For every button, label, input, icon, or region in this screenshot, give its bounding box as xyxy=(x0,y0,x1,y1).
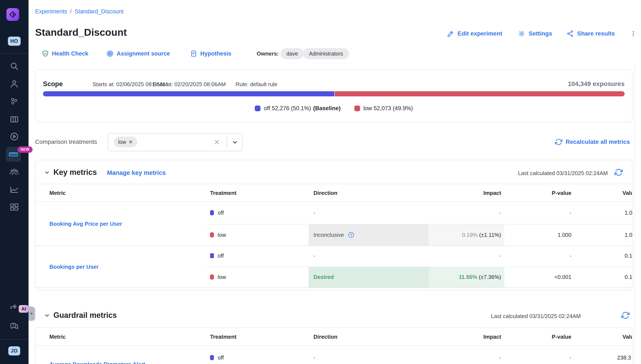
clear-selection-icon[interactable] xyxy=(213,139,220,146)
recalculate-label: Recalculate all metrics xyxy=(566,138,630,145)
sidebar-item-audiences[interactable] xyxy=(0,167,29,177)
statsig-logo[interactable] xyxy=(7,8,19,21)
hypothesis-label: Hypothesis xyxy=(200,50,231,57)
value-value: 0.1 xyxy=(624,274,632,280)
pvalue-value: <0.001 xyxy=(554,274,571,280)
sidebar-item-support[interactable]: ? xyxy=(0,322,29,332)
collapse-guardrail-icon[interactable] xyxy=(44,312,50,318)
sidebar-divider xyxy=(0,53,29,54)
search-icon xyxy=(9,61,19,71)
share-icon xyxy=(566,30,574,37)
legend-item-low: low 52,073 (49.9%) xyxy=(354,105,413,112)
chevron-down-icon[interactable] xyxy=(232,139,238,146)
refresh-guardrail-icon[interactable] xyxy=(621,311,629,319)
user-avatar[interactable]: JO xyxy=(0,346,29,356)
owner-chip-dave[interactable]: dave xyxy=(281,48,304,59)
treatment-label: low xyxy=(218,232,226,238)
breadcrumb-experiments-link[interactable]: Experiments xyxy=(35,8,67,15)
metric-link-bookings-per-user[interactable]: Bookings per User xyxy=(49,264,99,270)
target-icon xyxy=(106,50,114,57)
sidebar-item-analytics[interactable] xyxy=(0,184,29,194)
share-results-label: Share results xyxy=(577,30,615,37)
impact-pct: 0.19% xyxy=(462,232,478,238)
table-row-low-1: low xyxy=(210,229,226,240)
impact-value: - xyxy=(499,210,501,216)
sidebar-item-gates[interactable] xyxy=(0,96,29,106)
table-row-low-2: low xyxy=(210,271,226,283)
col-header-value: Value xyxy=(622,334,632,340)
metric-link-guardrail-partial[interactable]: Average Downloads Promoters Alert xyxy=(49,361,145,364)
pvalue-value: - xyxy=(569,210,571,216)
new-badge: NEW xyxy=(18,146,33,153)
key-metrics-card: Key metrics Manage key metrics Last calc… xyxy=(35,160,632,290)
kebab-menu-icon xyxy=(630,30,636,37)
settings-button[interactable]: Settings xyxy=(518,29,552,38)
value-value: 0.1 xyxy=(624,252,632,259)
svg-text:?: ? xyxy=(350,233,352,237)
pencil-icon xyxy=(447,30,454,37)
refresh-key-metrics-icon[interactable] xyxy=(614,168,623,176)
more-actions-button[interactable] xyxy=(629,28,637,39)
settings-label: Settings xyxy=(529,30,552,37)
sidebar-divider-bottom xyxy=(0,339,29,340)
collapse-section-icon[interactable] xyxy=(44,170,50,176)
legend-item-off: off 52,276 (50.1%) (Baseline) xyxy=(255,105,341,112)
direction-value: Inconclusive xyxy=(313,232,344,238)
edit-experiment-button[interactable]: Edit experiment xyxy=(447,29,502,38)
scroll-gutter[interactable] xyxy=(634,64,635,364)
scope-exposures: 104,349 exposures xyxy=(568,80,624,88)
project-switcher[interactable]: HO xyxy=(0,36,29,46)
table-row-off-2: off xyxy=(210,250,224,262)
col-header-treatment: Treatment xyxy=(210,190,236,196)
logo-diamond-icon xyxy=(9,11,17,18)
metric-link-booking-avg-price[interactable]: Booking Avg Price per User xyxy=(49,220,122,227)
sidebar-item-pulse[interactable] xyxy=(0,132,29,142)
document-icon xyxy=(190,50,197,57)
direction-inconclusive: Inconclusive ? xyxy=(313,229,355,240)
impact-value: - xyxy=(499,252,501,259)
guardrail-metrics-title: Guardrail metrics xyxy=(54,311,117,320)
health-check-link[interactable]: Health Check xyxy=(42,49,88,58)
pvalue-value: - xyxy=(569,354,571,361)
avatar-badge: JO xyxy=(8,346,21,356)
chat-question-icon: ? xyxy=(9,322,19,332)
sidebar-item-search[interactable] xyxy=(0,61,29,71)
select-divider xyxy=(227,137,227,148)
sidebar-expand-handle[interactable] xyxy=(29,306,35,320)
breadcrumb-separator: / xyxy=(70,8,72,15)
impact-desired: 11.55% (±7.36%) xyxy=(459,274,501,280)
comparison-treatments-label: Comparison treatments xyxy=(35,138,97,145)
impact-inconclusive: 0.19% (±1.11%) xyxy=(462,232,501,238)
recalculate-all-metrics-button[interactable]: Recalculate all metrics xyxy=(555,137,630,146)
sidebar-item-layers[interactable] xyxy=(0,114,29,124)
share-results-button[interactable]: Share results xyxy=(566,29,615,38)
assignment-source-link[interactable]: Assignment source xyxy=(106,49,170,58)
legend-swatch-low xyxy=(354,106,360,111)
guardrail-last-calculated: Last calculated 03/31/2025 02:24AM xyxy=(491,313,581,320)
treatment-chip-low[interactable]: low xyxy=(114,136,137,147)
treatment-label: off xyxy=(218,252,224,259)
comparison-treatments-select[interactable]: low xyxy=(108,133,243,151)
legend-swatch-off xyxy=(255,106,261,111)
pvalue-value: - xyxy=(569,252,571,259)
scope-rule: Rule: default rule xyxy=(236,81,278,88)
key-metrics-last-calculated: Last calculated 03/31/2025 02:24AM xyxy=(518,170,608,176)
ai-badge: AI xyxy=(19,305,29,313)
hypothesis-link[interactable]: Hypothesis xyxy=(190,49,231,58)
sidebar-item-users[interactable] xyxy=(0,79,29,89)
direction-value: - xyxy=(313,210,315,216)
col-header-direction: Direction xyxy=(313,334,338,340)
ruler-icon xyxy=(8,149,19,159)
chip-remove-icon[interactable] xyxy=(128,140,133,144)
owner-chip-administrators[interactable]: Administrators xyxy=(303,48,349,59)
manage-key-metrics-link[interactable]: Manage key metrics xyxy=(107,169,166,176)
breadcrumb-current-link[interactable]: Standard_Discount xyxy=(75,8,124,15)
split-bar-low-segment xyxy=(335,91,624,96)
impact-ci: (±1.11%) xyxy=(479,232,501,238)
line-chart-icon xyxy=(9,184,19,194)
help-circle-icon[interactable]: ? xyxy=(348,232,355,238)
impact-value: - xyxy=(499,354,501,361)
sidebar-item-dashboards[interactable] xyxy=(0,202,29,212)
columns-icon xyxy=(9,114,19,124)
owners-label: Owners: xyxy=(257,50,279,57)
